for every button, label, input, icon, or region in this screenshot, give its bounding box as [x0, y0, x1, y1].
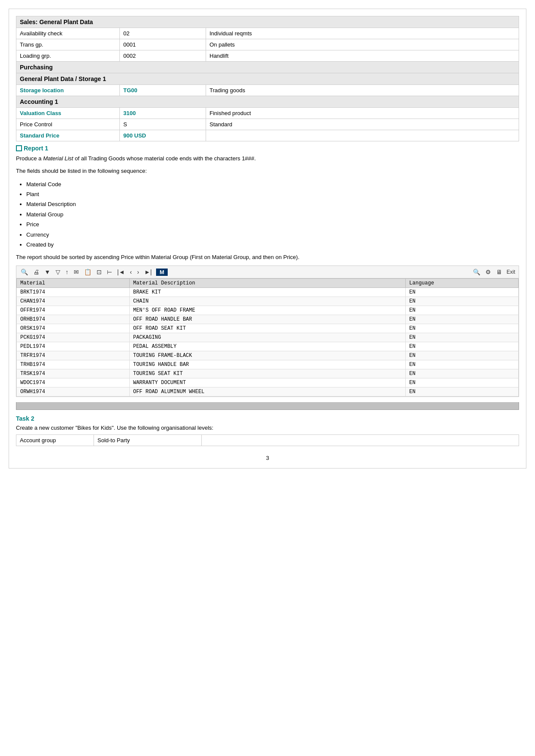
table-row: Loading grp. 0002 Handlift [16, 50, 519, 62]
cell-language: EN [406, 342, 519, 351]
cell-description: PEDAL ASSEMBLY [129, 342, 406, 351]
cell-material: ORWH1974 [17, 387, 130, 397]
list-item: Material Code [26, 179, 519, 189]
standard-price-empty [206, 130, 519, 141]
table-header-row: Material Material Description Language [17, 279, 519, 288]
print-icon[interactable]: 🖨 [32, 268, 40, 276]
cell-description: PACKAGING [129, 333, 406, 342]
availability-desc: Individual reqmts [206, 28, 519, 39]
exit-button[interactable]: Exit [507, 269, 515, 275]
price-control-label: Price Control [16, 119, 120, 130]
price-control-desc: Standard [206, 119, 519, 130]
email-icon[interactable]: ✉ [73, 268, 80, 276]
availability-value: 02 [120, 28, 206, 39]
valuation-class-value: 3100 [120, 108, 206, 119]
table-row: Account group Sold-to Party [16, 435, 519, 446]
sort-icon[interactable]: ↑ [65, 268, 69, 276]
cell-material: TRHB1974 [17, 360, 130, 369]
cell-material: PCKG1974 [17, 333, 130, 342]
cell-material: OFFR1974 [17, 306, 130, 315]
filter-outline-icon[interactable]: ▽ [55, 268, 61, 276]
grid-icon[interactable]: ⊡ [96, 268, 103, 276]
search-icon[interactable]: 🔍 [20, 268, 29, 276]
table-row: CHAN1974CHAINEN [17, 297, 519, 306]
sap-data-table: Material Material Description Language B… [16, 278, 519, 397]
report1-sort-note: The report should be sorted by ascending… [16, 253, 519, 262]
sap-status-bar [16, 402, 519, 410]
purchasing-header: Purchasing [16, 62, 519, 73]
account-group-label: Account group [16, 435, 94, 446]
filter-down-icon[interactable]: ▼ [44, 268, 51, 276]
clipboard-icon[interactable]: 📋 [83, 268, 92, 276]
report1-bullets: Material Code Plant Material Description… [26, 179, 519, 250]
table-row: ORSK1974OFF ROAD SEAT KITEN [17, 324, 519, 333]
main-container: Sales: General Plant Data Availability c… [9, 9, 526, 469]
report1-title-text: Report 1 [24, 145, 48, 152]
cell-material: ORHB1974 [17, 315, 130, 324]
trans-label: Trans gp. [16, 39, 120, 50]
cell-material: WDOC1974 [17, 378, 130, 387]
settings-icon[interactable]: ⚙ [485, 268, 492, 276]
report1-title: Report 1 [16, 145, 519, 152]
storage-location-desc: Trading goods [206, 85, 519, 96]
next-icon[interactable]: › [136, 268, 140, 276]
cell-description: OFF ROAD HANDLE BAR [129, 315, 406, 324]
first-icon[interactable]: |◄ [116, 268, 126, 276]
table-row: PCKG1974PACKAGINGEN [17, 333, 519, 342]
nav-text: M [156, 269, 168, 276]
table-row: TRFR1974TOURING FRAME-BLACKEN [17, 351, 519, 360]
cell-language: EN [406, 333, 519, 342]
table-row: TRSK1974TOURING SEAT KITEN [17, 369, 519, 378]
list-item: Price [26, 219, 519, 229]
availability-label: Availability check [16, 28, 120, 39]
report1-section: Report 1 Produce a Material List of all … [16, 145, 519, 262]
cell-language: EN [406, 288, 519, 297]
cell-description: WARRANTY DOCUMENT [129, 378, 406, 387]
storage-location-value: TG00 [120, 85, 206, 96]
cell-description: OFF ROAD SEAT KIT [129, 324, 406, 333]
cell-material: TRSK1974 [17, 369, 130, 378]
col-language: Language [406, 279, 519, 288]
table-row: PEDL1974PEDAL ASSEMBLYEN [17, 342, 519, 351]
cell-language: EN [406, 324, 519, 333]
cell-language: EN [406, 360, 519, 369]
table-row: OFFR1974MEN'S OFF ROAD FRAMEEN [17, 306, 519, 315]
price-control-value: S [120, 119, 206, 130]
cell-language: EN [406, 297, 519, 306]
standard-price-row: Standard Price 900 USD [16, 130, 519, 141]
report1-icon [16, 145, 22, 151]
trans-value: 0001 [120, 39, 206, 50]
sap-window: 🔍 🖨 ▼ ▽ ↑ ✉ 📋 ⊡ ⊢ |◄ ‹ › ►| M 🔍 ⚙ 🖥 Exit [16, 266, 519, 410]
cell-description: TOURING FRAME-BLACK [129, 351, 406, 360]
cell-language: EN [406, 369, 519, 378]
sales-general-header: Sales: General Plant Data [16, 16, 519, 28]
sales-general-table: Sales: General Plant Data Availability c… [16, 16, 519, 141]
search2-icon[interactable]: 🔍 [472, 268, 481, 276]
task2-table: Account group Sold-to Party [16, 434, 519, 446]
prev-icon[interactable]: ‹ [129, 268, 133, 276]
layout-icon[interactable]: ⊢ [106, 268, 113, 276]
list-item: Material Description [26, 199, 519, 209]
cell-language: EN [406, 378, 519, 387]
cell-description: TOURING SEAT KIT [129, 369, 406, 378]
sap-toolbar: 🔍 🖨 ▼ ▽ ↑ ✉ 📋 ⊡ ⊢ |◄ ‹ › ►| M 🔍 ⚙ 🖥 Exit [16, 266, 519, 278]
loading-desc: Handlift [206, 50, 519, 62]
standard-price-label: Standard Price [16, 130, 120, 141]
list-item: Plant [26, 189, 519, 199]
monitor-icon[interactable]: 🖥 [495, 268, 503, 276]
loading-label: Loading grp. [16, 50, 120, 62]
cell-material: ORSK1974 [17, 324, 130, 333]
account-group-empty [202, 435, 519, 446]
cell-material: PEDL1974 [17, 342, 130, 351]
task2-title: Task 2 [16, 415, 519, 422]
last-icon[interactable]: ►| [144, 268, 153, 276]
table-row: ORHB1974OFF ROAD HANDLE BAREN [17, 315, 519, 324]
loading-value: 0002 [120, 50, 206, 62]
task2-description: Create a new customer "Bikes for Kids". … [16, 425, 519, 431]
cell-description: BRAKE KIT [129, 288, 406, 297]
trans-desc: On pallets [206, 39, 519, 50]
cell-material: CHAN1974 [17, 297, 130, 306]
account-group-value: Sold-to Party [94, 435, 202, 446]
price-control-row: Price Control S Standard [16, 119, 519, 130]
page-number: 3 [16, 455, 519, 461]
